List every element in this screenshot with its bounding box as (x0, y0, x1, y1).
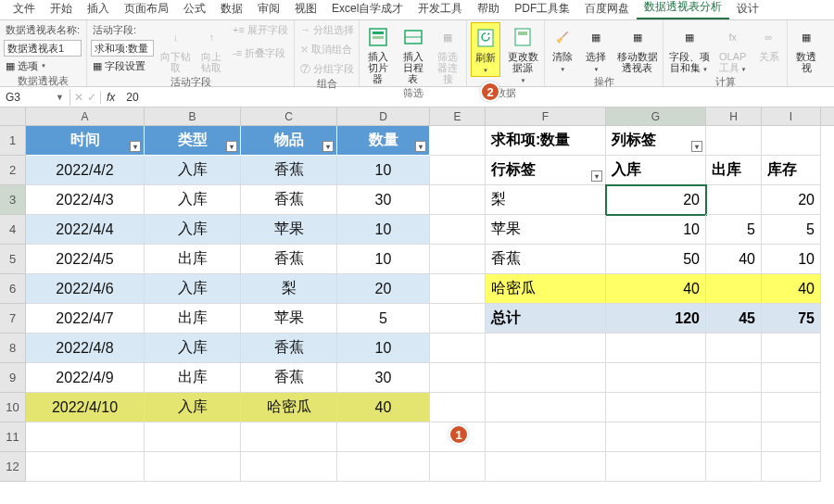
lt-A9[interactable]: 2022/4/9 (26, 363, 145, 393)
pv-H6[interactable] (706, 274, 762, 304)
lt-B11[interactable] (145, 422, 241, 452)
pv-G2[interactable]: 入库 (606, 156, 706, 185)
formula-input[interactable]: 20 (120, 89, 834, 106)
select-all-corner[interactable] (0, 107, 26, 125)
pv-G9[interactable] (606, 363, 706, 393)
col-header-I[interactable]: I (762, 107, 821, 125)
row-header-11[interactable]: 11 (0, 422, 26, 452)
lt-A10[interactable]: 2022/4/10 (26, 393, 145, 422)
lt-B1[interactable]: 类型▾ (145, 126, 241, 156)
pv-H8[interactable] (706, 334, 762, 363)
lt-B9[interactable]: 出库 (145, 363, 241, 393)
row-header-7[interactable]: 7 (0, 304, 26, 334)
lt-D1[interactable]: 数量▾ (337, 126, 430, 156)
lt-C11[interactable] (241, 422, 337, 452)
pv-row-dd-icon[interactable]: ▾ (591, 170, 602, 182)
select-btn[interactable]: ▦ 选择▼ (582, 22, 610, 75)
pv-F9[interactable] (486, 363, 606, 393)
pv-I6[interactable]: 40 (762, 274, 821, 304)
name-box[interactable]: G3▼ (0, 89, 70, 106)
pv-col-dd-icon[interactable]: ▾ (691, 141, 702, 152)
col-header-B[interactable]: B (145, 107, 241, 125)
lt-B8[interactable]: 入库 (145, 334, 241, 363)
pv-F7[interactable]: 总计 (486, 304, 606, 334)
pv-H10[interactable] (706, 393, 762, 422)
col-header-C[interactable]: C (241, 107, 337, 125)
pv-I12[interactable] (762, 452, 821, 482)
lt-A12[interactable] (26, 452, 145, 482)
lt-D8[interactable]: 10 (337, 334, 430, 363)
cell-E12[interactable] (430, 452, 486, 482)
pv-H11[interactable] (706, 422, 762, 452)
pv-G5[interactable]: 50 (606, 245, 706, 274)
filter-dd-icon[interactable]: ▾ (415, 141, 426, 152)
tab-0[interactable]: 文件 (6, 0, 43, 19)
cell-E6[interactable] (430, 274, 486, 304)
row-header-8[interactable]: 8 (0, 334, 26, 363)
pv-I11[interactable] (762, 422, 821, 452)
lt-C4[interactable]: 苹果 (241, 215, 337, 245)
pv-G10[interactable] (606, 393, 706, 422)
lt-C6[interactable]: 梨 (241, 274, 337, 304)
lt-B6[interactable]: 入库 (145, 274, 241, 304)
lt-D2[interactable]: 10 (337, 156, 430, 185)
pv-I8[interactable] (762, 334, 821, 363)
cell-E1[interactable] (430, 126, 486, 156)
pv-G12[interactable] (606, 452, 706, 482)
pt-name-input[interactable]: 数据透视表1 (4, 40, 82, 57)
cell-E7[interactable] (430, 304, 486, 334)
col-header-D[interactable]: D (337, 107, 430, 125)
lt-C12[interactable] (241, 452, 337, 482)
pv-F10[interactable] (486, 393, 606, 422)
relations-btn[interactable]: ∞ 关系 (754, 22, 783, 64)
row-header-9[interactable]: 9 (0, 363, 26, 393)
tab-8[interactable]: Excel自学成才 (324, 0, 411, 19)
pv-I3[interactable]: 20 (762, 185, 821, 215)
tab-10[interactable]: 帮助 (470, 0, 507, 19)
lt-C1[interactable]: 物品▾ (241, 126, 337, 156)
drill-up-btn[interactable]: ↑ 向上钻取 (197, 22, 225, 75)
pv-G7[interactable]: 120 (606, 304, 706, 334)
col-header-G[interactable]: G (606, 107, 706, 125)
ungroup-btn[interactable]: ⤫ 取消组合 (298, 42, 356, 57)
lt-D5[interactable]: 10 (337, 245, 430, 274)
lt-C7[interactable]: 苹果 (241, 304, 337, 334)
lt-D4[interactable]: 10 (337, 215, 430, 245)
lt-D9[interactable]: 30 (337, 363, 430, 393)
refresh-btn[interactable]: 刷新▼ (471, 22, 500, 77)
tab-14[interactable]: 设计 (729, 0, 766, 19)
cell-E2[interactable] (430, 156, 486, 185)
group-field-btn[interactable]: ⑦ 分组字段 (298, 61, 356, 77)
pv-G8[interactable] (606, 334, 706, 363)
tab-2[interactable]: 插入 (80, 0, 117, 19)
row-header-1[interactable]: 1 (0, 126, 26, 156)
olap-btn[interactable]: fx OLAP 工具 ▼ (716, 22, 749, 75)
pv-G11[interactable] (606, 422, 706, 452)
cell-E4[interactable] (430, 215, 486, 245)
pv-H5[interactable]: 40 (706, 245, 762, 274)
field-settings-btn[interactable]: ▦字段设置 (91, 58, 154, 74)
col-header-E[interactable]: E (430, 107, 486, 125)
tab-5[interactable]: 数据 (213, 0, 250, 19)
row-header-4[interactable]: 4 (0, 215, 26, 245)
tab-11[interactable]: PDF工具集 (507, 0, 577, 19)
filter-connection-btn[interactable]: ▦ 筛选器连接 (433, 22, 462, 86)
lt-B12[interactable] (145, 452, 241, 482)
row-header-12[interactable]: 12 (0, 452, 26, 482)
filter-dd-icon[interactable]: ▾ (130, 141, 141, 152)
pv-I9[interactable] (762, 363, 821, 393)
lt-C5[interactable]: 香蕉 (241, 245, 337, 274)
enter-formula-icon[interactable]: ✓ (87, 91, 96, 104)
fx-icon[interactable]: fx (100, 91, 120, 104)
lt-B10[interactable]: 入库 (145, 393, 241, 422)
pv-G1[interactable]: 列标签▾ (606, 126, 706, 156)
insert-timeline-btn[interactable]: 插入日程表 (398, 22, 428, 86)
lt-D11[interactable] (337, 422, 430, 452)
pv-G3[interactable]: 20 (606, 185, 706, 215)
lt-A11[interactable] (26, 422, 145, 452)
lt-C10[interactable]: 哈密瓜 (241, 393, 337, 422)
pv-F2[interactable]: 行标签▾ (486, 156, 606, 185)
lt-D12[interactable] (337, 452, 430, 482)
lt-B2[interactable]: 入库 (145, 156, 241, 185)
clear-btn[interactable]: 🧹 清除▼ (549, 22, 576, 75)
